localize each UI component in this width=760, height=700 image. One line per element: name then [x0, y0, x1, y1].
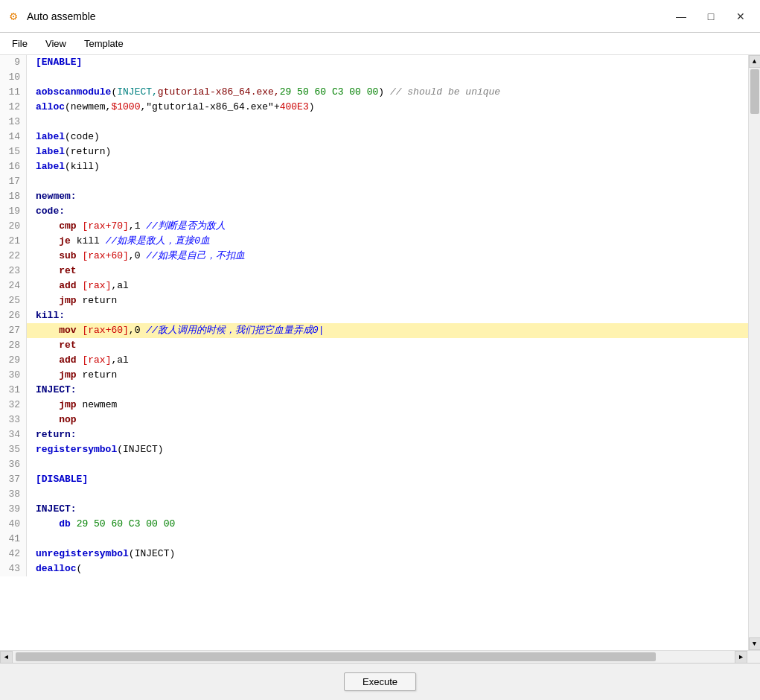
code-line[interactable]: registersymbol(INJECT) [27, 442, 164, 457]
table-row: 28 ret [0, 338, 748, 353]
code-line[interactable]: code: [27, 204, 65, 219]
scroll-right-button[interactable]: ► [735, 651, 747, 664]
line-number: 15 [0, 144, 27, 159]
code-line[interactable]: add [rax],al [27, 279, 129, 293]
line-number: 34 [0, 427, 27, 442]
code-line[interactable]: INJECT: [27, 502, 77, 517]
menu-file[interactable]: File [3, 35, 36, 52]
scroll-left-button[interactable]: ◄ [0, 651, 13, 664]
footer: Execute [0, 663, 760, 700]
line-number: 12 [0, 100, 27, 115]
scroll-up-button[interactable]: ▲ [749, 55, 761, 68]
table-row: 11aobscanmodule(INJECT,gtutorial-x86_64.… [0, 85, 748, 100]
code-line[interactable]: INJECT: [27, 383, 77, 398]
line-number: 28 [0, 338, 27, 353]
table-row: 30 jmp return [0, 368, 748, 383]
table-row: 39INJECT: [0, 502, 748, 517]
code-line[interactable]: je kill //如果是敌人，直接0血 [27, 234, 210, 249]
execute-button[interactable]: Execute [344, 672, 416, 691]
line-number: 41 [0, 532, 27, 547]
line-number: 27 [0, 323, 27, 338]
line-number: 40 [0, 517, 27, 532]
code-line[interactable]: ret [27, 338, 77, 353]
scroll-track[interactable] [749, 68, 761, 637]
code-line[interactable]: kill: [27, 308, 65, 323]
code-line[interactable]: db 29 50 60 C3 00 00 [27, 517, 175, 532]
line-number: 22 [0, 249, 27, 264]
table-row: 42unregistersymbol(INJECT) [0, 547, 748, 561]
code-line[interactable]: dealloc( [27, 561, 82, 576]
line-number: 38 [0, 487, 27, 502]
line-number: 10 [0, 70, 27, 85]
app-icon: ⚙ [6, 9, 21, 24]
code-line[interactable]: unregistersymbol(INJECT) [27, 547, 175, 561]
line-number: 29 [0, 353, 27, 368]
line-number: 35 [0, 442, 27, 457]
line-number: 14 [0, 130, 27, 144]
horizontal-scrollbar[interactable]: ◄ ► [0, 650, 760, 663]
table-row: 31INJECT: [0, 383, 748, 398]
table-row: 19code: [0, 204, 748, 219]
table-row: 29 add [rax],al [0, 353, 748, 368]
scroll-thumb[interactable] [750, 69, 759, 114]
code-line[interactable]: label(code) [27, 130, 100, 144]
minimize-button[interactable]: — [668, 5, 694, 28]
menu-template[interactable]: Template [75, 35, 132, 52]
table-row: 9[ENABLE] [0, 55, 748, 70]
table-row: 36 [0, 457, 748, 472]
table-row: 12alloc(newmem,$1000,"gtutorial-x86_64.e… [0, 100, 748, 115]
line-number: 37 [0, 472, 27, 487]
scroll-down-button[interactable]: ▼ [749, 637, 761, 650]
table-row: 10 [0, 70, 748, 85]
table-row: 34return: [0, 427, 748, 442]
table-row: 22 sub [rax+60],0 //如果是自己，不扣血 [0, 249, 748, 264]
code-line[interactable]: aobscanmodule(INJECT,gtutorial-x86_64.ex… [27, 85, 500, 100]
table-row: 26kill: [0, 308, 748, 323]
line-number: 43 [0, 561, 27, 576]
line-number: 18 [0, 189, 27, 204]
table-row: 15label(return) [0, 144, 748, 159]
code-line[interactable]: alloc(newmem,$1000,"gtutorial-x86_64.exe… [27, 100, 315, 115]
menu-view[interactable]: View [36, 35, 75, 52]
code-line[interactable]: add [rax],al [27, 353, 129, 368]
h-scroll-thumb[interactable] [16, 652, 656, 661]
code-line[interactable]: newmem: [27, 189, 77, 204]
title-bar-left: ⚙ Auto assemble [6, 9, 96, 24]
line-number: 42 [0, 547, 27, 561]
close-button[interactable]: ✕ [727, 5, 754, 28]
code-line[interactable]: jmp newmem [27, 398, 117, 413]
code-line[interactable]: [DISABLE] [27, 472, 88, 487]
window-controls: — □ ✕ [668, 5, 754, 28]
code-line[interactable]: cmp [rax+70],1 //判断是否为敌人 [27, 219, 226, 234]
line-number: 20 [0, 219, 27, 234]
table-row: 18newmem: [0, 189, 748, 204]
table-row: 32 jmp newmem [0, 398, 748, 413]
vertical-scrollbar[interactable]: ▲ ▼ [748, 55, 760, 650]
line-number: 25 [0, 293, 27, 308]
table-row: 20 cmp [rax+70],1 //判断是否为敌人 [0, 219, 748, 234]
code-line[interactable]: ret [27, 264, 77, 279]
title-bar: ⚙ Auto assemble — □ ✕ [0, 0, 760, 33]
code-line[interactable]: nop [27, 413, 77, 427]
code-line[interactable]: mov [rax+60],0 //敌人调用的时候，我们把它血量弄成0| [27, 323, 324, 338]
code-line[interactable]: jmp return [27, 368, 117, 383]
code-line[interactable]: label(kill) [27, 159, 100, 174]
table-row: 40 db 29 50 60 C3 00 00 [0, 517, 748, 532]
line-number: 31 [0, 383, 27, 398]
line-number: 23 [0, 264, 27, 279]
code-line[interactable]: return: [27, 427, 77, 442]
table-row: 23 ret [0, 264, 748, 279]
code-line[interactable]: jmp return [27, 293, 117, 308]
code-line[interactable]: label(return) [27, 144, 111, 159]
table-row: 21 je kill //如果是敌人，直接0血 [0, 234, 748, 249]
line-number: 39 [0, 502, 27, 517]
code-area[interactable]: 9[ENABLE]1011aobscanmodule(INJECT,gtutor… [0, 55, 748, 650]
code-line[interactable]: sub [rax+60],0 //如果是自己，不扣血 [27, 249, 245, 264]
table-row: 17 [0, 174, 748, 189]
code-line[interactable]: [ENABLE] [27, 55, 82, 70]
maximize-button[interactable]: □ [697, 5, 724, 28]
table-row: 16label(kill) [0, 159, 748, 174]
h-scroll-track[interactable] [13, 651, 735, 663]
table-row: 37[DISABLE] [0, 472, 748, 487]
table-row: 24 add [rax],al [0, 279, 748, 293]
